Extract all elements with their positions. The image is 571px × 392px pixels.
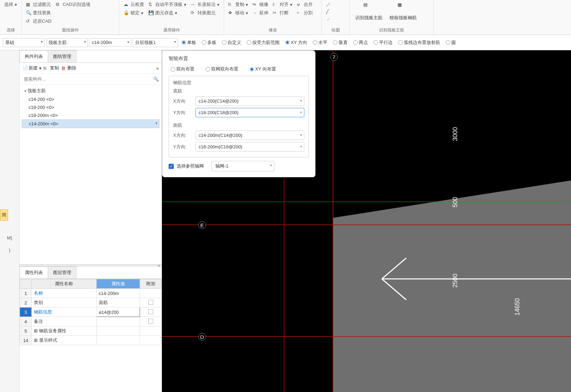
table-row-selected: 3 钢筋信息 ⌀14@200 — [20, 308, 162, 317]
tree-item[interactable]: c18-200 <0> — [22, 103, 160, 111]
common-ops-label: 通用操作 — [122, 26, 221, 35]
fieldset-legend: 钢筋信息 — [173, 80, 304, 86]
radio-single-slab[interactable]: 单板 — [181, 39, 196, 46]
col-name: 属性名称 — [32, 279, 97, 289]
grid-bubble-E: E — [198, 221, 206, 229]
restore-cad-button[interactable]: ↺还原CAD — [24, 17, 53, 25]
auto-level-top-button[interactable]: ⇅自动平齐顶板 ▾ — [147, 1, 188, 8]
rebar-info-fieldset: 钢筋信息 底筋 X方向: c14-200(C14@200) Y方向: c18-2… — [169, 76, 309, 157]
family-select[interactable]: 筏板主筋 — [46, 38, 88, 47]
copy-component-button[interactable]: ⎘复制 — [44, 65, 59, 71]
search-icon[interactable]: 🔍 — [153, 76, 159, 82]
filter-elements-button[interactable]: ▦过滤图元 — [24, 1, 53, 8]
split-handle[interactable]: × — [20, 264, 162, 266]
prop-key-expand[interactable]: ⊞ 钢筋业务属性 — [32, 326, 97, 336]
prop-key-cell: 备注 — [32, 317, 97, 326]
bottom-x-combo[interactable]: c14-200(C14@200) — [195, 96, 304, 106]
more-button[interactable]: » — [156, 66, 159, 71]
mirror-button[interactable]: ⇋镜像 — [251, 1, 270, 8]
extend-button[interactable]: →延伸 — [251, 9, 270, 17]
lock-button[interactable]: 🔒锁定 ▾ — [122, 9, 146, 17]
tree-item[interactable]: c18-200m <0> — [22, 111, 160, 119]
table-row: 4 备注 — [20, 317, 162, 326]
x-dir-label: X方向: — [173, 98, 193, 104]
radio-vert[interactable]: 垂直 — [333, 39, 348, 46]
component-tree: 筏板主筋 c14-200 <0> c18-200 <0> c18-200m <0… — [20, 85, 162, 264]
delete-component-button[interactable]: 🗑删除 — [61, 65, 76, 71]
bottom-y-combo[interactable]: c18-200(C18@200) — [195, 108, 304, 117]
cloud-check-button[interactable]: ☁云检查 — [122, 1, 146, 8]
length-label-button[interactable]: ↔长度标注 ▾ — [189, 1, 221, 8]
search-input[interactable] — [22, 75, 153, 83]
draw-label: 绘图 — [325, 26, 347, 35]
top-y-combo[interactable]: c18-200m(C18@200) — [195, 142, 304, 151]
draw-line-a[interactable]: ／ — [325, 1, 333, 8]
bottom-bar-label: 底筋 — [173, 88, 304, 94]
radio-multi-slab[interactable]: 多板 — [202, 39, 216, 46]
component-panel: 构件列表 图纸管理 📄新建 ▾ ⎘复制 🗑删除 » 🔍 筏板主筋 c14-200… — [20, 50, 162, 392]
main-area: M) ) 构件列表 图纸管理 📄新建 ▾ ⎘复制 🗑删除 » 🔍 筏板主筋 c1… — [0, 50, 571, 392]
recognize-raft-mainbar-button[interactable]: ▤识别筏板主筋 — [353, 1, 385, 22]
prop-value-cell[interactable] — [96, 317, 140, 326]
prop-key-expand[interactable]: ⊞ 显示样式 — [32, 336, 97, 345]
convert-element-button[interactable]: ⟳转换图元 — [189, 9, 221, 17]
property-table: 属性名称 属性值 附加 1 名称 c14-200m 2 类别 面筋 — [20, 279, 162, 345]
left-highlight-tag[interactable]: 用 — [0, 209, 8, 221]
move-button[interactable]: ✥移动 ▾ — [227, 9, 250, 17]
prop-value-cell[interactable]: 面筋 — [96, 298, 140, 308]
category-select[interactable]: 基础 — [3, 38, 45, 47]
radio-custom[interactable]: 自定义 — [222, 39, 241, 46]
prop-rebar-link: 钢筋信息 — [34, 309, 52, 315]
prop-value-cell[interactable]: ⌀14@200 — [96, 308, 140, 317]
close-icon[interactable]: × — [158, 264, 160, 268]
radio-parallel-edge[interactable]: 平行边 — [373, 39, 393, 46]
radio-bidir[interactable]: 双向布置 — [171, 66, 194, 72]
y-dir-label-2: Y方向: — [173, 144, 193, 150]
radio-xy-dir[interactable]: XY 方向 — [285, 39, 307, 46]
paper-ops-label: 图纸操作 — [24, 26, 116, 35]
tab-layer-mgmt[interactable]: 图层管理 — [48, 266, 76, 279]
radio-by-force[interactable]: 按受力筋范围 — [247, 39, 280, 46]
align-button[interactable]: ⫴对齐 ▾ — [271, 1, 294, 8]
merge-button[interactable]: ⊎合并 — [295, 1, 314, 8]
prop-value-cell[interactable]: c14-200m — [96, 289, 140, 298]
radio-circle[interactable]: 圆 — [446, 39, 456, 46]
drawing-canvas[interactable]: 7 E D 3000 500 2500 14650 智能布置 双向布置 双网双向… — [162, 50, 571, 392]
cad-recognize-options-button[interactable]: ⚙CAD识别选项 — [54, 1, 91, 8]
tree-item[interactable]: c14-200 <0> — [22, 95, 160, 103]
radio-two-point[interactable]: 两点 — [353, 39, 368, 46]
find-replace-button[interactable]: 🔍查找替换 — [24, 9, 53, 17]
tree-parent-raft[interactable]: 筏板主筋 — [22, 86, 160, 95]
grid-bubble-D: D — [198, 333, 206, 341]
tab-drawing-mgmt[interactable]: 图纸管理 — [48, 50, 76, 62]
new-button[interactable]: 📄新建 ▾ — [22, 65, 42, 71]
save-element-button[interactable]: 💾图元存盘 ▾ — [147, 9, 188, 17]
dim-14650: 14650 — [514, 298, 521, 316]
break-button[interactable]: ✂打断 — [271, 9, 294, 17]
table-row: 14 ⊞ 显示样式 — [20, 336, 162, 345]
radio-horiz[interactable]: 水平 — [313, 39, 327, 46]
prop-key-cell: 类别 — [32, 298, 97, 308]
radio-arc-radial[interactable]: 弧线边布置放射筋 — [398, 39, 440, 46]
tab-component-list[interactable]: 构件列表 — [20, 50, 48, 62]
draw-line-b[interactable]: ╱ — [325, 8, 333, 15]
layer-select[interactable]: 分层筏板1 — [133, 38, 178, 47]
col-extra: 附加 — [140, 279, 162, 289]
member-select[interactable]: c14-200m — [89, 38, 131, 46]
axis-grid-combo[interactable]: 轴网-1 — [212, 161, 274, 171]
verify-raft-bar-button[interactable]: ▦校核筏板钢筋 — [387, 1, 420, 22]
select-dropdown[interactable]: 选择 ▾ — [3, 1, 18, 8]
tab-property-list[interactable]: 属性列表 — [20, 266, 48, 279]
tree-item-selected[interactable]: c14-200m <0> — [22, 119, 160, 128]
col-index — [20, 279, 32, 289]
top-x-combo[interactable]: c14-200m(C14@200) — [195, 131, 304, 140]
ref-grid-checkbox[interactable]: ✓ — [169, 164, 174, 169]
radio-double-net-bidir[interactable]: 双网双向布置 — [206, 66, 238, 72]
copy-button[interactable]: ⎘复制 ▾ — [227, 1, 250, 8]
draw-line-c[interactable]: ⟋ — [325, 16, 333, 23]
left-sidebar: M) ) — [0, 50, 20, 392]
split-button[interactable]: ÷分割 — [295, 9, 314, 17]
radio-xy-layout[interactable]: XY 向布置 — [250, 66, 276, 72]
table-row: 5 ⊞ 钢筋业务属性 — [20, 326, 162, 336]
table-row: 2 类别 面筋 — [20, 298, 162, 308]
